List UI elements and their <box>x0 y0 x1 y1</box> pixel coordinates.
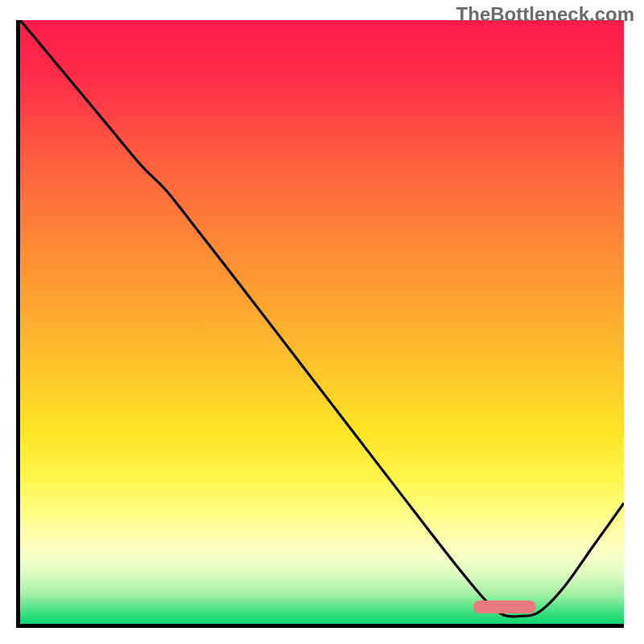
curve-layer <box>20 20 624 624</box>
chart-container: TheBottleneck.com <box>0 0 644 644</box>
x-axis <box>16 624 624 628</box>
optimal-range-marker <box>473 601 537 614</box>
y-axis <box>16 20 20 624</box>
watermark-text: TheBottleneck.com <box>456 3 634 26</box>
bottleneck-curve <box>20 20 624 617</box>
plot-area <box>20 20 624 624</box>
